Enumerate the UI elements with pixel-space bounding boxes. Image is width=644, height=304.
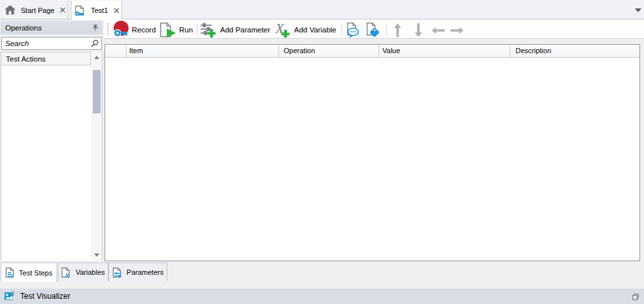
svg-text:x: x: [64, 270, 69, 278]
